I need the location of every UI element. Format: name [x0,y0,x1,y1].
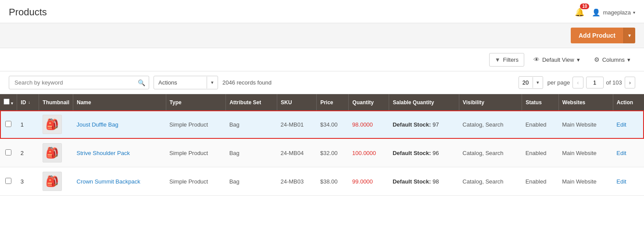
row-name[interactable]: Crown Summit Backpack [73,167,166,196]
search-left: 🔍 Actions ▾ 2046 records found [9,76,514,89]
table-row: 3 🎒 Crown Summit Backpack Simple Product… [0,167,644,196]
th-status[interactable]: Status [522,94,559,110]
th-attribute-set[interactable]: Attribute Set [226,94,277,110]
actions-dropdown-button[interactable]: ▾ [207,77,218,88]
row-checkbox-cell[interactable] [0,110,17,139]
filter-bar: ▼ Filters 👁 Default View ▾ ⚙ Columns ▾ [0,48,644,71]
row-price: $34.00 [317,110,349,139]
row-checkbox-3[interactable] [5,178,11,184]
add-product-dropdown-button[interactable]: ▾ [623,28,635,43]
th-quantity[interactable]: Quantity [349,94,389,110]
th-name-label: Name [77,99,91,106]
row-quantity: 100.0000 [349,139,389,167]
th-checkbox-arrow-icon[interactable]: ▾ [11,101,13,106]
action-toolbar: Add Product ▾ [0,23,644,48]
row-price: $38.00 [317,167,349,196]
user-menu[interactable]: 👤 mageplaza ▾ [592,8,635,17]
row-action-edit[interactable]: Edit [613,110,644,139]
per-page-select[interactable]: 20 [519,77,533,88]
th-websites[interactable]: Websites [558,94,613,110]
row-checkbox-2[interactable] [5,149,11,155]
th-name[interactable]: Name [73,94,166,110]
select-all-checkbox[interactable] [4,99,10,105]
row-id: 2 [17,139,39,167]
per-page-dropdown-button[interactable]: ▾ [533,77,543,88]
search-input[interactable] [13,76,138,89]
add-product-button-group: Add Product ▾ [571,28,635,43]
notification-bell[interactable]: 🔔 10 [573,6,586,18]
row-websites: Main Website [558,139,613,167]
row-name[interactable]: Strive Shoulder Pack [73,139,166,167]
actions-select[interactable]: Actions [154,76,207,89]
th-salable-qty[interactable]: Salable Quantity [389,94,459,110]
row-checkbox-1[interactable] [5,121,11,127]
row-status: Enabled [522,139,559,167]
notification-badge: 10 [580,4,589,9]
row-attribute-set: Bag [226,139,277,167]
row-salable-qty: Default Stock: 96 [389,139,459,167]
row-thumbnail: 🎒 [39,110,73,139]
table-body: 1 🎒 Joust Duffle Bag Simple Product Bag … [0,110,644,196]
row-websites: Main Website [558,167,613,196]
th-sku-label: SKU [281,99,292,106]
row-visibility: Catalog, Search [459,167,522,196]
th-select-all[interactable]: ▾ [0,94,17,110]
row-type: Simple Product [166,167,226,196]
table-row: 1 🎒 Joust Duffle Bag Simple Product Bag … [0,110,644,139]
per-page-wrapper: 20 ▾ [519,76,543,89]
row-sku: 24-MB04 [277,139,316,167]
th-action-label: Action [617,99,633,106]
th-salable-qty-label: Salable Quantity [393,99,434,106]
gear-icon: ⚙ [594,56,600,63]
eye-icon: 👁 [533,56,540,63]
th-action: Action [613,94,644,110]
pagination-prev-button[interactable]: ‹ [572,77,583,88]
row-checkbox-cell[interactable] [0,167,17,196]
search-actions-row: 🔍 Actions ▾ 2046 records found 20 ▾ [0,71,644,94]
view-chevron-icon: ▾ [577,56,580,63]
per-page-label: per page [547,79,570,86]
row-type: Simple Product [166,139,226,167]
product-thumbnail-1: 🎒 [43,115,62,134]
pagination-total: of 103 [606,79,622,86]
columns-label: Columns [602,56,625,63]
th-id[interactable]: ID ↓ [17,94,39,110]
default-view-button[interactable]: 👁 Default View ▾ [529,53,585,67]
row-checkbox-cell[interactable] [0,139,17,167]
columns-chevron-icon: ▾ [627,56,630,63]
actions-arrow-icon: ▾ [211,80,214,85]
row-thumbnail: 🎒 [39,167,73,196]
row-quantity: 98.0000 [349,110,389,139]
header-right: 🔔 10 👤 mageplaza ▾ [573,6,635,18]
filters-button[interactable]: ▼ Filters [489,53,524,67]
pagination-controls: 20 ▾ per page ‹ of 103 › [519,76,635,89]
th-id-label: ID [21,99,26,106]
add-product-button[interactable]: Add Product [571,28,623,43]
row-salable-qty: Default Stock: 98 [389,167,459,196]
row-action-edit[interactable]: Edit [613,139,644,167]
th-type[interactable]: Type [166,94,226,110]
th-sku[interactable]: SKU [277,94,316,110]
view-label: Default View [542,56,574,63]
user-name: mageplaza [603,9,631,16]
row-action-edit[interactable]: Edit [613,167,644,196]
product-thumbnail-3: 🎒 [43,172,62,191]
pagination-page-input[interactable] [586,77,604,88]
pagination-next-button[interactable]: › [625,77,635,88]
row-attribute-set: Bag [226,167,277,196]
row-visibility: Catalog, Search [459,139,522,167]
row-name[interactable]: Joust Duffle Bag [73,110,166,139]
row-id: 1 [17,110,39,139]
columns-button[interactable]: ⚙ Columns ▾ [589,53,635,67]
th-websites-label: Websites [562,99,585,106]
row-type: Simple Product [166,110,226,139]
add-product-arrow-icon: ▾ [628,32,631,39]
row-status: Enabled [522,167,559,196]
th-quantity-label: Quantity [352,99,374,106]
table-header-row: ▾ ID ↓ Thumbnail Name [0,94,644,110]
search-icon[interactable]: 🔍 [138,79,145,86]
sort-icon-id: ↓ [28,100,30,105]
th-price[interactable]: Price [317,94,349,110]
th-visibility[interactable]: Visibility [459,94,522,110]
page-header: Products 🔔 10 👤 mageplaza ▾ [0,0,644,23]
